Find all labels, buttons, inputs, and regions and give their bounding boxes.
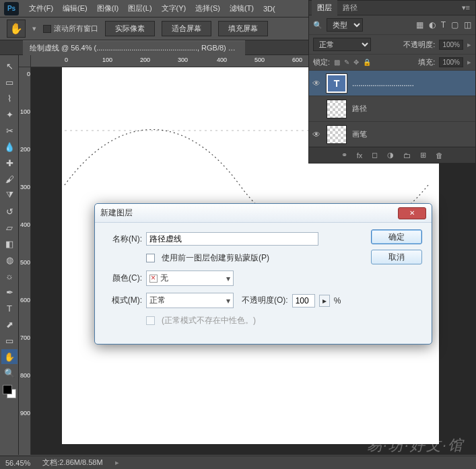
lock-label: 锁定: (313, 57, 330, 67)
fill-screen-button[interactable]: 填充屏幕 (218, 21, 268, 36)
dodge-tool[interactable]: ☼ (1, 268, 18, 283)
fx-icon[interactable]: fx (357, 151, 363, 159)
dialog-close-button[interactable]: ✕ (398, 207, 426, 219)
adjustment-icon[interactable]: ◑ (387, 151, 394, 159)
status-arrow-icon[interactable]: ▸ (115, 458, 119, 467)
delete-icon[interactable]: 🗑 (436, 151, 443, 159)
menu-edit[interactable]: 编辑(E) (58, 1, 92, 16)
mode-dropdown[interactable]: 正常 ▾ (146, 293, 234, 308)
triangle-icon[interactable]: ▾ (32, 24, 36, 33)
cancel-button[interactable]: 取消 (371, 250, 422, 264)
lock-transparent-icon[interactable]: ▩ (334, 59, 340, 66)
lock-all-icon[interactable]: 🔒 (363, 59, 371, 66)
filter-type-icon[interactable]: T (441, 20, 446, 30)
color-value: 无 (160, 273, 168, 284)
hand-tool-icon[interactable]: ✋ (7, 20, 26, 38)
filter-smart-icon[interactable]: ◫ (464, 20, 471, 30)
hand-tool[interactable]: ✋ (1, 349, 18, 364)
group-icon[interactable]: 🗀 (403, 151, 411, 159)
filter-shape-icon[interactable]: ▢ (451, 20, 458, 30)
fill-arrow-icon[interactable]: ▸ (467, 58, 471, 67)
filter-kind-dropdown[interactable]: 类型 (327, 18, 363, 32)
eraser-tool[interactable]: ▱ (1, 220, 18, 235)
app-logo: Ps (4, 2, 19, 15)
healing-tool[interactable]: ✚ (1, 155, 18, 170)
layer-thumb[interactable] (327, 100, 347, 118)
ok-button[interactable]: 确定 (371, 229, 422, 244)
dialog-titlebar[interactable]: 新建图层 ✕ (95, 204, 432, 223)
mode-label: 模式(M): (104, 295, 142, 306)
layer-name[interactable]: .............................. (352, 79, 414, 87)
visibility-icon[interactable]: 👁 (312, 79, 321, 88)
ruler-corner (19, 55, 31, 67)
menu-3d[interactable]: 3D( (259, 2, 280, 15)
tab-paths[interactable]: 路径 (337, 0, 363, 15)
foreground-swatch[interactable] (3, 385, 12, 394)
filter-adjust-icon[interactable]: ◐ (429, 20, 436, 30)
new-layer-icon[interactable]: ⊞ (420, 151, 426, 159)
document-tab-close[interactable]: × (238, 44, 242, 52)
gradient-tool[interactable]: ◧ (1, 236, 18, 251)
search-icon[interactable]: 🔍 (313, 21, 322, 30)
document-tab-title: 绘制虚线 @ 56.4% (..........................… (30, 44, 236, 52)
blend-mode-dropdown[interactable]: 正常 (313, 38, 371, 51)
menu-file[interactable]: 文件(F) (24, 1, 58, 16)
neutral-checkbox (146, 316, 155, 325)
type-tool[interactable]: T (1, 301, 18, 316)
clip-mask-checkbox[interactable] (146, 254, 155, 262)
visibility-icon[interactable]: 👁 (312, 130, 321, 139)
zoom-level[interactable]: 56.45% (5, 459, 30, 467)
layer-thumb[interactable] (327, 125, 347, 144)
color-swatches[interactable] (3, 385, 15, 400)
opacity-arrow-icon[interactable]: ▸ (467, 40, 471, 49)
menu-select[interactable]: 选择(S) (191, 1, 225, 16)
clip-mask-label: 使用前一图层创建剪贴蒙版(P) (162, 252, 269, 264)
shape-tool[interactable]: ▭ (1, 333, 18, 348)
name-input[interactable] (146, 232, 318, 246)
link-layers-icon[interactable]: ⚭ (341, 151, 347, 159)
chevron-down-icon: ▾ (226, 296, 230, 305)
opacity-value[interactable]: 100% (439, 40, 463, 50)
layer-thumb-text[interactable]: T (327, 74, 347, 93)
scroll-all-checkbox[interactable]: 滚动所有窗口 (43, 24, 98, 34)
filter-pixel-icon[interactable]: ▦ (416, 20, 423, 30)
menu-filter[interactable]: 滤镜(T) (225, 1, 259, 16)
color-dropdown[interactable]: × 无 ▾ (146, 270, 234, 286)
opacity-unit: % (334, 296, 341, 305)
lasso-tool[interactable]: ⌇ (1, 91, 18, 106)
lock-position-icon[interactable]: ✥ (353, 59, 359, 66)
menu-type[interactable]: 文字(Y) (157, 1, 191, 16)
opacity-flyout-icon[interactable]: ▸ (319, 295, 330, 307)
brush-tool[interactable]: 🖌 (1, 172, 18, 186)
crop-tool[interactable]: ✂ (1, 123, 18, 138)
path-select-tool[interactable]: ⬈ (1, 317, 18, 332)
panel-menu-icon[interactable]: ▾≡ (456, 1, 475, 15)
eyedropper-tool[interactable]: 💧 (1, 139, 18, 154)
blur-tool[interactable]: ◍ (1, 252, 18, 267)
zoom-tool[interactable]: 🔍 (1, 365, 18, 380)
history-brush-tool[interactable]: ↺ (1, 204, 18, 219)
stamp-tool[interactable]: ⧩ (1, 188, 18, 203)
mask-icon[interactable]: ◻ (372, 151, 378, 159)
layer-row[interactable]: 路径 (309, 96, 475, 122)
move-tool[interactable]: ↖ (1, 59, 18, 73)
color-label: 颜色(C): (104, 273, 142, 284)
document-tab[interactable]: 绘制虚线 @ 56.4% (..........................… (23, 40, 245, 55)
layer-row[interactable]: 👁 画笔 (309, 122, 475, 147)
actual-pixels-button[interactable]: 实际像素 (105, 21, 155, 36)
layer-name[interactable]: 路径 (352, 104, 367, 114)
lock-pixels-icon[interactable]: ✎ (344, 59, 349, 66)
layer-row[interactable]: 👁 T .............................. (309, 71, 475, 96)
layers-panel: 图层 路径 ▾≡ 🔍 类型 ▦ ◐ T ▢ ◫ 正常 不透明度: 100% ▸ … (308, 0, 476, 164)
menu-image[interactable]: 图像(I) (92, 1, 123, 16)
fit-screen-button[interactable]: 适合屏幕 (162, 21, 211, 36)
layer-name[interactable]: 画笔 (352, 129, 367, 139)
doc-size[interactable]: 文档:2.86M/8.58M (42, 458, 102, 468)
opacity-input[interactable] (292, 294, 315, 308)
pen-tool[interactable]: ✒ (1, 285, 18, 299)
tab-layers[interactable]: 图层 (312, 0, 337, 15)
marquee-tool[interactable]: ▭ (1, 75, 18, 89)
fill-value[interactable]: 100% (439, 57, 463, 67)
menu-layer[interactable]: 图层(L) (123, 1, 156, 16)
wand-tool[interactable]: ✦ (1, 107, 18, 122)
